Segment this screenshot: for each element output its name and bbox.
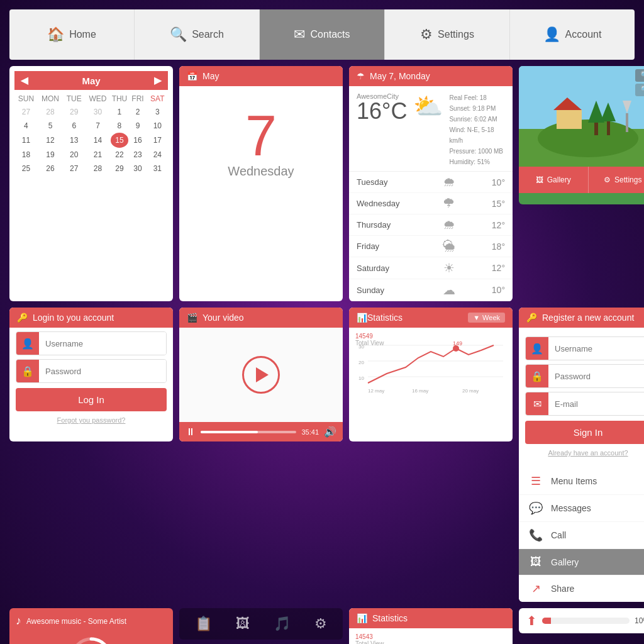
register-email-field[interactable]: ✉ (525, 392, 644, 416)
scene-footer: 🖼 Gallery ⚙ Settings (519, 167, 644, 193)
cal-day[interactable]: 30 (85, 105, 110, 119)
menu-item-label: Share (551, 584, 574, 594)
cal-next-btn[interactable]: ▶ (154, 75, 162, 86)
cal-day[interactable]: 2 (128, 105, 147, 119)
music-widget: ♪ Awesome music - Some Artist 1:32 ⏮ ⏸ ▶… (9, 608, 173, 644)
cal-day[interactable]: 7 (85, 119, 110, 133)
menu-item-label: Menu Items (551, 476, 597, 486)
cal-day[interactable]: 14 (85, 133, 110, 148)
register-password-field[interactable]: 🔒 (525, 364, 644, 388)
svg-text:20: 20 (358, 360, 364, 365)
video-icon: 🎬 (187, 313, 197, 323)
cal-day[interactable]: 16 (128, 133, 147, 148)
tools-gear-icon[interactable]: ⚙ (312, 613, 330, 635)
menu-widget: ☰ Menu Items 💬 Messages 📞 Call 🖼 Gallery… (519, 468, 644, 602)
nav-search[interactable]: 🔍 Search (135, 9, 260, 60)
cal-day[interactable]: 26 (38, 162, 63, 175)
cal-day[interactable]: 8 (111, 119, 129, 133)
video-progress-bar[interactable] (201, 431, 296, 433)
scene-image: 🔍 🔍 (519, 66, 644, 167)
cal-day[interactable]: 29 (63, 105, 85, 119)
register-password-input[interactable] (548, 365, 644, 387)
svg-text:16 may: 16 may (412, 388, 428, 394)
play-button[interactable] (242, 356, 280, 394)
stats-period-badge[interactable]: ▼ Week (468, 313, 505, 323)
menu-item-share[interactable]: ↗ Share (519, 575, 644, 602)
cal-day[interactable]: 25 (14, 162, 38, 175)
login-title: Login to you account (33, 313, 114, 323)
cal-head-sat: SAT (147, 92, 168, 105)
register-username-input[interactable] (548, 337, 644, 360)
stats-big-total-label: Total View (355, 640, 384, 644)
cal-prev-btn[interactable]: ◀ (21, 75, 28, 86)
forecast-icon: ☀ (443, 260, 455, 275)
cal-day[interactable]: 6 (63, 119, 85, 133)
login-password-field[interactable]: 🔒 (16, 359, 167, 383)
menu-item-call[interactable]: 📞 Call (519, 522, 644, 549)
register-button[interactable]: Sign In (525, 421, 644, 444)
cal-day[interactable]: 24 (147, 148, 168, 162)
stats-small-header: 📊 Statistics ▼ Week (349, 308, 513, 328)
cal-day[interactable]: 21 (85, 148, 110, 162)
register-email-input[interactable] (548, 392, 644, 415)
cal-day[interactable]: 23 (128, 148, 147, 162)
nav-settings[interactable]: ⚙ Settings (385, 9, 510, 60)
login-button[interactable]: Log In (16, 388, 167, 411)
calendar-icon: 📅 (187, 71, 197, 81)
volume-icon[interactable]: 🔊 (324, 426, 336, 438)
nav-search-label: Search (192, 29, 224, 40)
cal-day[interactable]: 3 (147, 105, 168, 119)
cal-day[interactable]: 11 (14, 133, 38, 148)
svg-rect-7 (607, 121, 610, 135)
settings-btn[interactable]: ⚙ Settings (589, 167, 645, 193)
cal-day[interactable]: 19 (38, 148, 63, 162)
cal-day[interactable]: 29 (111, 162, 129, 175)
cal-day[interactable]: 9 (128, 119, 147, 133)
svg-text:🔍: 🔍 (640, 70, 645, 79)
cal-day[interactable]: 18 (14, 148, 38, 162)
cal-day[interactable]: 27 (63, 162, 85, 175)
weather-widget: ☂ May 7, Monday AwesomeCity 16°C ⛅ Real … (349, 66, 513, 301)
search-icon: 🔍 (170, 26, 187, 43)
image-icon[interactable]: 🖼 (233, 613, 252, 635)
document-icon[interactable]: 📋 (192, 613, 214, 635)
upload-icon: ⬆ (526, 613, 537, 628)
login-header: 🔑 Login to you account (9, 308, 173, 328)
nav-home[interactable]: 🏠 Home (9, 9, 135, 60)
cal-day[interactable]: 5 (38, 119, 63, 133)
cal-day[interactable]: 12 (38, 133, 63, 148)
cal-day[interactable]: 1 (111, 105, 129, 119)
nav-contacts[interactable]: ✉ Contacts (260, 9, 385, 60)
pressure: Pressure: 1000 MB (449, 146, 505, 157)
pause-icon[interactable]: ⏸ (186, 426, 196, 438)
menu-item-messages[interactable]: 💬 Messages (519, 495, 644, 522)
login-username-input[interactable] (39, 332, 166, 355)
cal-day[interactable]: 20 (63, 148, 85, 162)
already-account-link[interactable]: Already have an account? (519, 449, 644, 457)
register-username-field[interactable]: 👤 (525, 336, 644, 360)
home-icon: 🏠 (47, 26, 64, 43)
cal-day[interactable]: 22 (111, 148, 129, 162)
cal-day[interactable]: 17 (147, 133, 168, 148)
cal-day[interactable]: 28 (85, 162, 110, 175)
cal-day[interactable]: 10 (147, 119, 168, 133)
music-icon[interactable]: 🎵 (271, 613, 293, 635)
cal-head-sun: SUN (14, 92, 38, 105)
forgot-password-link[interactable]: Forgot you password? (9, 416, 173, 424)
nav-account[interactable]: 👤 Account (510, 9, 635, 60)
menu-icon: 📞 (528, 528, 543, 542)
menu-item-menu-items[interactable]: ☰ Menu Items (519, 468, 644, 495)
cal-day[interactable]: 31 (147, 162, 168, 175)
menu-item-gallery[interactable]: 🖼 Gallery (519, 549, 644, 575)
stats-period-label: Week (482, 314, 500, 321)
gallery-btn[interactable]: 🖼 Gallery (519, 167, 589, 193)
cal-day[interactable]: 28 (38, 105, 63, 119)
cal-day[interactable]: 27 (14, 105, 38, 119)
stats-big-header: 📊 Statistics (349, 608, 513, 628)
cal-day[interactable]: 15 (111, 133, 129, 148)
cal-day[interactable]: 4 (14, 119, 38, 133)
login-password-input[interactable] (39, 360, 166, 382)
cal-day[interactable]: 30 (128, 162, 147, 175)
cal-day[interactable]: 13 (63, 133, 85, 148)
login-username-field[interactable]: 👤 (16, 331, 167, 355)
